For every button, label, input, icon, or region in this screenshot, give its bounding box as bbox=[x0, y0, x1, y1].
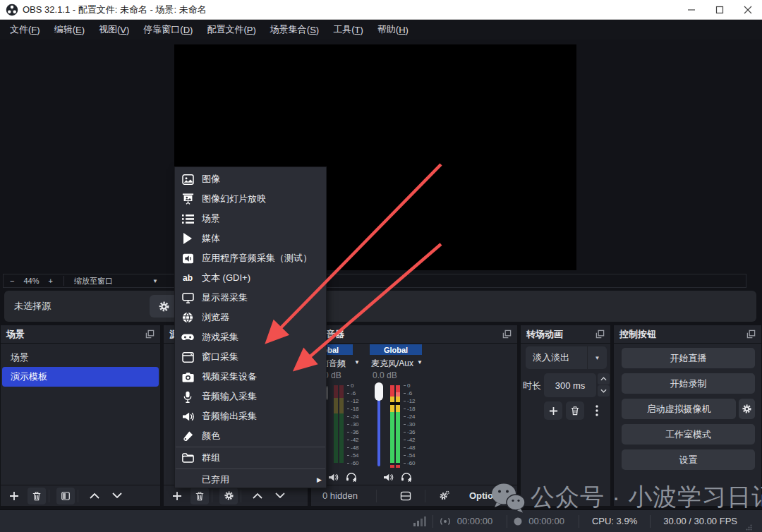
menu-item-audio-input-capture[interactable]: 音频输入采集 bbox=[175, 387, 326, 406]
menu-edit[interactable]: 编辑(E) bbox=[47, 20, 92, 40]
close-button[interactable] bbox=[734, 0, 762, 20]
menu-item-image[interactable]: 图像 bbox=[175, 169, 326, 189]
no-source-label: 未选择源 bbox=[14, 300, 51, 313]
virtual-camera-settings-button[interactable] bbox=[739, 399, 755, 419]
menu-help[interactable]: 帮助(H) bbox=[370, 20, 416, 40]
fit-mode-caret-icon[interactable]: ▼ bbox=[152, 278, 158, 284]
scenes-toolbar bbox=[1, 485, 160, 506]
transition-properties-button[interactable] bbox=[588, 401, 606, 420]
menu-item-text-gdi[interactable]: ab 文本 (GDI+) bbox=[175, 268, 326, 288]
display-capture-icon bbox=[181, 291, 195, 304]
start-streaming-button[interactable]: 开始直播 bbox=[622, 348, 755, 368]
menu-separator bbox=[176, 447, 325, 447]
start-virtual-camera-button[interactable]: 启动虚拟摄像机 bbox=[622, 399, 736, 419]
transition-caret-icon[interactable]: ▼ bbox=[587, 346, 607, 369]
audio-input-icon bbox=[181, 390, 195, 403]
scenes-panel: 场景 场景 演示模板 bbox=[0, 325, 161, 507]
source-properties-gear-button[interactable] bbox=[150, 295, 178, 318]
video-capture-icon bbox=[181, 370, 195, 383]
menu-item-color[interactable]: 颜色 bbox=[175, 426, 326, 446]
menu-item-slideshow[interactable]: 图像幻灯片放映 bbox=[175, 189, 326, 209]
options-caret-icon[interactable]: ▼ bbox=[507, 492, 513, 499]
add-transition-button[interactable] bbox=[544, 401, 562, 420]
channel-name[interactable]: 麦克风/Aux bbox=[371, 358, 413, 370]
remove-transition-button[interactable] bbox=[566, 401, 584, 420]
duration-spinner bbox=[598, 373, 610, 397]
menu-item-video-capture-device[interactable]: 视频采集设备 bbox=[175, 367, 326, 387]
maximize-button[interactable] bbox=[706, 0, 734, 20]
menu-bar: 文件(F) 编辑(E) 视图(V) 停靠窗口(D) 配置文件(P) 场景集合(S… bbox=[0, 20, 762, 40]
popout-icon[interactable] bbox=[595, 330, 605, 339]
zoom-out-button[interactable]: − bbox=[4, 277, 20, 285]
menu-view[interactable]: 视图(V) bbox=[92, 20, 136, 40]
title-bar: OBS 32.1.1 - 配置文件: 未命名 - 场景: 未命名 bbox=[0, 0, 762, 20]
menu-item-display-capture[interactable]: 显示器采集 bbox=[175, 288, 326, 308]
remove-source-button[interactable] bbox=[190, 488, 209, 504]
record-status-icon bbox=[513, 516, 523, 526]
menu-item-group[interactable]: 群组 bbox=[175, 448, 326, 468]
scene-item[interactable]: 场景 bbox=[2, 348, 159, 367]
peak-indicator bbox=[390, 402, 400, 405]
channel-caret-icon[interactable]: ▼ bbox=[417, 359, 423, 365]
global-badge: Global bbox=[370, 344, 422, 355]
game-capture-icon bbox=[181, 331, 195, 344]
menu-docks[interactable]: 停靠窗口(D) bbox=[136, 20, 200, 40]
mixer-settings-button[interactable] bbox=[435, 488, 454, 504]
fit-mode-select[interactable]: 缩放至窗口 bbox=[68, 276, 119, 286]
popout-icon[interactable] bbox=[145, 330, 155, 339]
minimize-button[interactable] bbox=[677, 0, 706, 20]
menu-scene-collection[interactable]: 场景集合(S) bbox=[263, 20, 326, 40]
menu-profile[interactable]: 配置文件(P) bbox=[200, 20, 262, 40]
scene-filters-button[interactable] bbox=[56, 488, 75, 504]
add-source-button[interactable] bbox=[168, 488, 186, 504]
duration-input[interactable]: 300 ms bbox=[544, 373, 596, 397]
mixer-options-button[interactable]: Options bbox=[469, 490, 504, 501]
add-scene-button[interactable] bbox=[5, 488, 23, 504]
mute-button[interactable] bbox=[379, 468, 397, 485]
menu-item-browser[interactable]: 浏览器 bbox=[175, 308, 326, 327]
settings-button[interactable]: 设置 bbox=[622, 449, 755, 470]
status-bar: 00:00:00 00:00:00 CPU: 3.9% 30.00 / 30.0… bbox=[0, 509, 762, 532]
menu-tools[interactable]: 工具(T) bbox=[326, 20, 370, 40]
popout-icon[interactable] bbox=[502, 330, 512, 339]
move-scene-up-button[interactable] bbox=[85, 488, 104, 504]
monitor-off-button[interactable] bbox=[342, 468, 361, 485]
meter-bar-left bbox=[390, 385, 394, 463]
popout-icon[interactable] bbox=[746, 330, 756, 339]
clip-indicator bbox=[390, 465, 394, 468]
spin-up-button[interactable] bbox=[598, 373, 610, 385]
menu-item-game-capture[interactable]: 游戏采集 bbox=[175, 327, 326, 347]
menu-item-window-capture[interactable]: 窗口采集 bbox=[175, 347, 326, 367]
monitor-off-button[interactable] bbox=[397, 468, 416, 485]
volume-slider-handle[interactable] bbox=[375, 382, 383, 401]
mixer-layout-button[interactable] bbox=[397, 488, 415, 504]
resize-grip[interactable] bbox=[746, 524, 752, 531]
move-source-up-button[interactable] bbox=[248, 488, 267, 504]
menu-item-audio-output-capture[interactable]: 音频输出采集 bbox=[175, 406, 326, 426]
window-title: OBS 32.1.1 - 配置文件: 未命名 - 场景: 未命名 bbox=[23, 4, 207, 16]
menu-item-media[interactable]: 媒体 bbox=[175, 229, 326, 248]
scene-item-selected[interactable]: 演示模板 bbox=[2, 367, 159, 387]
preview-zoom-toolbar: − 44% + 缩放至窗口 ▼ bbox=[3, 274, 746, 288]
menu-file[interactable]: 文件(F) bbox=[3, 20, 47, 40]
gear-icon bbox=[224, 490, 234, 501]
scene-list-icon bbox=[181, 212, 195, 225]
move-source-down-button[interactable] bbox=[271, 488, 289, 504]
controls-panel: 控制按钮 开始直播 开始录制 启动虚拟摄像机 工作室模式 设置 bbox=[613, 325, 762, 507]
source-properties-button[interactable] bbox=[219, 488, 238, 504]
start-recording-button[interactable]: 开始录制 bbox=[622, 373, 755, 394]
zoom-in-button[interactable]: + bbox=[42, 277, 59, 285]
menu-item-app-audio-capture[interactable]: 应用程序音频采集（测试） bbox=[175, 248, 326, 268]
transition-select[interactable]: 淡入淡出 ▼ bbox=[526, 346, 607, 369]
meter-bar-left bbox=[334, 385, 338, 463]
channel-caret-icon[interactable]: ▼ bbox=[354, 359, 360, 365]
studio-mode-button[interactable]: 工作室模式 bbox=[622, 424, 755, 445]
meter-bar-right bbox=[339, 385, 344, 463]
spin-down-button[interactable] bbox=[598, 385, 610, 397]
move-scene-down-button[interactable] bbox=[108, 488, 126, 504]
speaker-icon bbox=[383, 473, 394, 482]
remove-scene-button[interactable] bbox=[28, 488, 46, 504]
transitions-panel: 转场动画 淡入淡出 ▼ 时长 300 ms bbox=[520, 325, 611, 507]
menu-item-deprecated[interactable]: 已弃用 ▶ bbox=[175, 470, 326, 490]
menu-item-scene[interactable]: 场景 bbox=[175, 209, 326, 229]
